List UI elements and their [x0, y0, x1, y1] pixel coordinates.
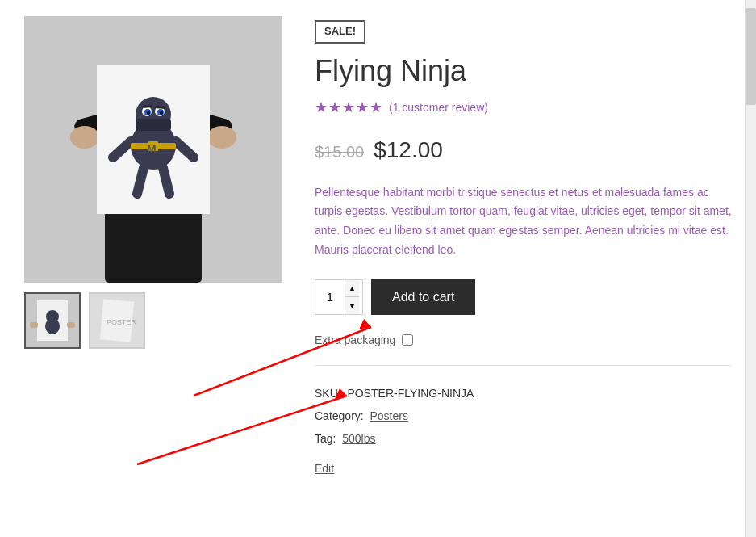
svg-rect-29	[30, 322, 38, 328]
svg-point-28	[45, 318, 60, 334]
svg-point-14	[160, 111, 163, 115]
svg-line-20	[137, 168, 144, 194]
quantity-input[interactable]	[315, 280, 345, 314]
svg-marker-35	[359, 319, 371, 329]
product-title: Flying Ninja	[315, 53, 732, 88]
add-to-cart-button[interactable]: Add to cart	[371, 279, 475, 315]
star-2: ★	[328, 96, 341, 120]
tag-label: Tag:	[315, 432, 336, 445]
rating-row: ★ ★ ★ ★ ★ (1 customer review)	[315, 96, 732, 120]
product-info: SALE! Flying Ninja ★ ★ ★ ★ ★ (1 customer…	[315, 16, 732, 478]
extra-packaging-section: Extra packaging	[315, 331, 732, 366]
price-row: $15.00 $12.00	[315, 132, 732, 169]
svg-point-4	[70, 126, 99, 149]
star-4: ★	[356, 96, 369, 120]
thumbnail-row: POSTER	[24, 292, 282, 349]
extra-packaging-checkbox[interactable]	[402, 334, 413, 346]
product-description: Pellentesque habitant morbi tristique se…	[315, 183, 732, 260]
quantity-down-button[interactable]: ▼	[345, 297, 359, 314]
product-illustration: M	[24, 16, 282, 283]
quantity-wrapper: ▲ ▼	[315, 279, 363, 315]
edit-link[interactable]: Edit	[315, 459, 334, 477]
sku-row: SKU: POSTER-FLYING-NINJA	[315, 382, 732, 405]
svg-text:M: M	[147, 143, 157, 156]
quantity-up-button[interactable]: ▲	[345, 280, 359, 298]
extra-packaging-row: Extra packaging	[315, 331, 732, 366]
scrollbar-thumb[interactable]	[746, 8, 756, 105]
sku-label: SKU:	[315, 387, 341, 400]
category-row: Category: Posters	[315, 405, 732, 427]
sku-value: POSTER-FLYING-NINJA	[347, 387, 474, 400]
svg-rect-17	[136, 119, 171, 131]
price-new: $12.00	[374, 132, 443, 169]
thumbnail-2[interactable]: POSTER	[89, 292, 145, 349]
main-product-image: 🔍	[24, 16, 282, 283]
scrollbar[interactable]	[745, 0, 756, 537]
svg-rect-30	[67, 322, 75, 328]
thumb1-svg	[26, 294, 79, 347]
star-rating: ★ ★ ★ ★ ★	[315, 96, 382, 120]
review-link[interactable]: (1 customer review)	[389, 99, 488, 116]
extra-packaging-label: Extra packaging	[315, 331, 395, 349]
product-images: 🔍	[24, 16, 282, 478]
category-label: Category:	[315, 409, 364, 422]
svg-line-21	[163, 168, 169, 194]
category-link[interactable]: Posters	[370, 409, 407, 422]
svg-text:POSTER: POSTER	[107, 318, 137, 326]
svg-point-5	[207, 126, 236, 149]
quantity-arrows: ▲ ▼	[345, 280, 359, 314]
thumb2-svg: POSTER	[90, 294, 144, 347]
star-1: ★	[315, 96, 328, 120]
star-3: ★	[342, 96, 355, 120]
add-to-cart-row: ▲ ▼ Add to cart	[315, 279, 732, 315]
star-5: ★	[370, 96, 382, 120]
tag-link[interactable]: 500lbs	[342, 432, 375, 445]
thumbnail-1[interactable]	[24, 292, 81, 349]
sale-badge: SALE!	[315, 20, 365, 44]
svg-point-13	[147, 111, 150, 115]
product-meta: SKU: POSTER-FLYING-NINJA Category: Poste…	[315, 382, 732, 450]
price-old: $15.00	[315, 139, 364, 165]
tag-row: Tag: 500lbs	[315, 427, 732, 450]
product-svg: M	[24, 16, 282, 283]
